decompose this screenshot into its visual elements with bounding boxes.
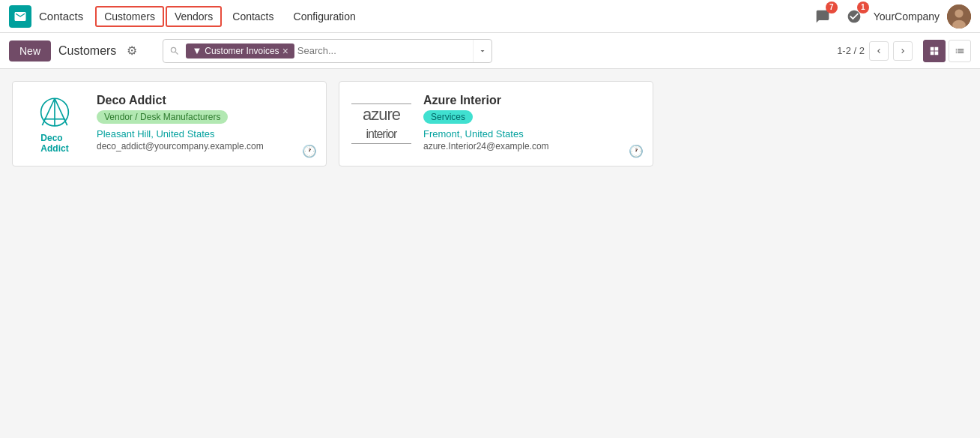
kanban-view-button[interactable] (923, 40, 946, 62)
azure-interior-tag: Services (423, 110, 473, 124)
new-button[interactable]: New (9, 40, 51, 62)
filter-tag-close-button[interactable]: × (282, 45, 288, 57)
nav-right: 7 1 YourCompany (811, 4, 971, 28)
azure-logo-line-top (351, 104, 411, 104)
azure-logo-text: azureinterior (363, 106, 400, 142)
deco-addict-activity-icon[interactable]: 🕐 (302, 144, 317, 158)
deco-addict-name: Deco Addict (97, 94, 314, 107)
activity-badge: 1 (857, 2, 869, 14)
user-avatar[interactable] (947, 4, 971, 28)
messages-badge: 7 (826, 2, 838, 14)
nav-item-customers[interactable]: Customers (95, 6, 164, 27)
app-name[interactable]: Contacts (39, 10, 83, 22)
cards-grid: DecoAddict Deco Addict Vendor / Desk Man… (12, 81, 968, 166)
azure-interior-info: Azure Interior Services Fremont, United … (423, 94, 641, 154)
svg-point-1 (955, 9, 963, 17)
deco-addict-info: Deco Addict Vendor / Desk Manufacturers … (97, 94, 314, 154)
search-dropdown-button[interactable] (473, 40, 491, 62)
azure-interior-email: azure.Interior24@example.com (423, 141, 641, 152)
company-name: YourCompany (874, 10, 940, 22)
main-content: DecoAddict Deco Addict Vendor / Desk Man… (0, 69, 980, 438)
card-azure-interior[interactable]: azureinterior Azure Interior Services Fr… (339, 81, 653, 166)
activity-button[interactable]: 1 (842, 4, 866, 28)
filter-tag: ▼ Customer Invoices × (186, 44, 294, 58)
list-view-button[interactable] (949, 40, 971, 62)
next-page-button[interactable] (893, 41, 913, 61)
deco-addict-logo: DecoAddict (25, 94, 85, 154)
search-bar: ▼ Customer Invoices × (163, 39, 492, 63)
toolbar: New Customers ⚙ ▼ Customer Invoices × 1-… (0, 33, 980, 69)
svg-line-4 (42, 98, 55, 125)
filter-tag-label: Customer Invoices (205, 46, 279, 56)
nav-menu: Customers Vendors Contacts Configuration (95, 6, 811, 27)
deco-addict-logo-text: DecoAddict (40, 133, 68, 154)
azure-interior-name: Azure Interior (423, 94, 641, 107)
messages-button[interactable]: 7 (811, 4, 835, 28)
deco-addict-email: deco_addict@yourcompany.example.com (97, 141, 314, 152)
deco-addict-tag: Vendor / Desk Manufacturers (97, 110, 228, 124)
pagination: 1-2 / 2 (837, 40, 971, 62)
nav-item-configuration[interactable]: Configuration (285, 6, 365, 27)
azure-interior-location: Fremont, United States (423, 128, 641, 140)
nav-item-contacts[interactable]: Contacts (223, 6, 282, 27)
prev-page-button[interactable] (869, 41, 889, 61)
settings-gear-button[interactable]: ⚙ (124, 42, 140, 59)
page-title: Customers (58, 44, 116, 58)
pagination-text: 1-2 / 2 (837, 45, 865, 56)
svg-line-5 (55, 98, 67, 125)
filter-icon: ▼ (192, 45, 202, 56)
search-icon (163, 46, 186, 56)
nav-item-vendors[interactable]: Vendors (166, 6, 222, 27)
azure-logo-line-bottom (351, 143, 411, 144)
top-nav: Contacts Customers Vendors Contacts Conf… (0, 0, 980, 33)
view-buttons (923, 40, 971, 62)
azure-interior-activity-icon[interactable]: 🕐 (629, 144, 644, 158)
app-logo[interactable] (9, 5, 31, 28)
azure-interior-logo: azureinterior (351, 94, 411, 154)
search-input[interactable] (294, 45, 474, 56)
card-deco-addict[interactable]: DecoAddict Deco Addict Vendor / Desk Man… (12, 81, 327, 166)
deco-addict-location: Pleasant Hill, United States (97, 128, 314, 140)
